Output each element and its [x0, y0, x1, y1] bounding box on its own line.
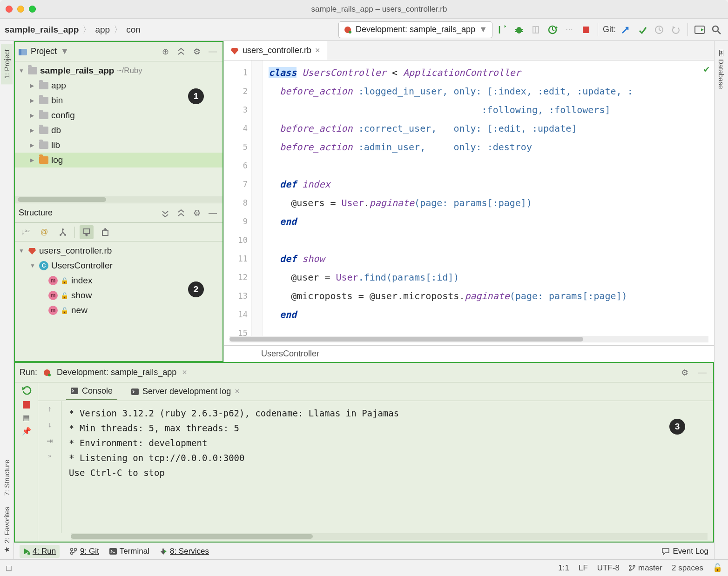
vcs-commit-icon[interactable]	[635, 23, 649, 37]
code-area[interactable]: ✔ 123456789101112131415 class UsersContr…	[224, 60, 714, 336]
code-text[interactable]: class UsersController < ApplicationContr…	[263, 60, 714, 336]
titlebar: sample_rails_app – users_controller.rb	[0, 0, 728, 19]
fold-gutter[interactable]	[252, 60, 263, 336]
editor-breadcrumb[interactable]: UsersController	[224, 345, 714, 362]
svg-point-33	[71, 548, 73, 550]
run-button[interactable]	[495, 23, 509, 37]
run-anything-icon[interactable]	[693, 23, 707, 37]
caret-position[interactable]: 1:1	[558, 563, 569, 573]
tree-root[interactable]: ▼ sample_rails_app ~/Ruby	[15, 63, 222, 78]
editor-tab[interactable]: users_controller.rb ×	[224, 41, 327, 60]
structure-file[interactable]: ▼ users_controller.rb	[15, 243, 222, 258]
svg-rect-30	[131, 388, 139, 395]
stop-button[interactable]	[579, 23, 593, 37]
layout-icon[interactable]: ▤	[23, 413, 30, 422]
minimize-window[interactable]	[17, 6, 24, 13]
tree-item-log[interactable]: ▶log	[15, 153, 222, 167]
breadcrumb-item[interactable]: con	[126, 25, 141, 35]
close-icon[interactable]: ×	[235, 387, 240, 396]
folder-icon	[39, 112, 48, 119]
vcs-history-icon[interactable]	[652, 23, 666, 37]
line-gutter[interactable]: 123456789101112131415	[224, 60, 252, 336]
close-window[interactable]	[6, 6, 13, 13]
quick-access-icon[interactable]: ◻	[6, 563, 12, 573]
profile-button[interactable]	[546, 23, 559, 37]
breadcrumb-root[interactable]: sample_rails_app	[5, 25, 79, 35]
bottom-tab-run[interactable]: 4: Run	[20, 545, 60, 558]
structure-method[interactable]: m🔒new	[15, 303, 222, 318]
line-ending[interactable]: LF	[579, 563, 588, 573]
gear-icon[interactable]: ⚙	[679, 367, 691, 379]
down-icon[interactable]: ↓	[48, 421, 52, 429]
lock-status-icon[interactable]: 🔓	[713, 563, 722, 573]
server-log-tab[interactable]: Server development log ×	[127, 384, 244, 399]
minimize-icon[interactable]: —	[696, 367, 708, 379]
breadcrumb-item[interactable]: app	[95, 25, 110, 35]
svg-marker-8	[556, 26, 558, 29]
coverage-button[interactable]	[529, 23, 543, 37]
sidebar-tab-database[interactable]: 🗄 Database	[715, 44, 727, 94]
close-tab-icon[interactable]: ×	[315, 46, 320, 55]
project-scrollbar[interactable]	[15, 196, 222, 203]
tree-item-db[interactable]: ▶db	[15, 123, 222, 138]
autoscroll-to-icon[interactable]	[80, 225, 94, 239]
search-icon[interactable]	[709, 23, 723, 37]
run-config-selector[interactable]: Development: sample_rails_app ▼	[338, 21, 492, 38]
tree-item-config[interactable]: ▶config	[15, 108, 222, 123]
sidebar-tab-project[interactable]: 1: Project	[1, 44, 13, 84]
console-output[interactable]: * Version 3.12.2 (ruby 2.6.3-p62), coden…	[61, 401, 713, 533]
expand-all-icon[interactable]	[159, 207, 171, 219]
right-tool-stripe: 🗄 Database	[714, 41, 728, 559]
svg-point-34	[71, 552, 73, 554]
structure-tree[interactable]: ▼ users_controller.rb ▼CUsersController …	[15, 241, 222, 361]
structure-class[interactable]: ▼CUsersController	[15, 258, 222, 273]
collapse-all-icon[interactable]	[175, 207, 187, 219]
database-icon: 🗄	[718, 49, 725, 57]
bottom-tab-terminal[interactable]: Terminal	[109, 547, 149, 556]
view-mode-chevron-icon[interactable]: ▼	[61, 47, 69, 56]
nav-breadcrumb[interactable]: sample_rails_app 〉 app 〉 con	[5, 24, 141, 36]
gear-icon[interactable]: ⚙	[191, 207, 203, 219]
svg-point-14	[713, 26, 718, 32]
sidebar-tab-favorites[interactable]: ★ 2: Favorites	[1, 501, 13, 559]
console-scrollbar[interactable]	[71, 533, 708, 540]
sidebar-tab-structure[interactable]: 7: Structure	[1, 454, 13, 502]
locate-icon[interactable]: ⊕	[159, 46, 171, 58]
attach-button[interactable]: ⋯	[562, 23, 576, 37]
collapse-all-icon[interactable]	[175, 46, 187, 58]
debug-button[interactable]	[512, 23, 526, 37]
indent[interactable]: 2 spaces	[672, 563, 703, 573]
at-icon[interactable]: @	[37, 225, 51, 239]
editor-scrollbar[interactable]	[229, 336, 708, 342]
vcs-update-icon[interactable]	[619, 23, 633, 37]
callout-2: 2	[188, 281, 204, 297]
inspection-ok-icon[interactable]: ✔	[704, 63, 709, 74]
zoom-window[interactable]	[29, 6, 36, 13]
close-run-tab-icon[interactable]: ×	[182, 368, 187, 377]
sort-alpha-icon[interactable]: ↓ᵃᶻ	[19, 225, 33, 239]
minimize-icon[interactable]: —	[207, 46, 219, 58]
stop-icon[interactable]	[23, 401, 30, 409]
play-icon	[23, 548, 30, 555]
event-log[interactable]: Event Log	[661, 547, 708, 556]
more-icon[interactable]: »	[48, 453, 51, 459]
encoding[interactable]: UTF-8	[597, 563, 620, 573]
git-branch[interactable]: master	[629, 563, 662, 573]
vcs-revert-icon[interactable]	[669, 23, 683, 37]
autoscroll-from-icon[interactable]	[98, 225, 112, 239]
terminal-icon	[109, 548, 117, 555]
tree-item-lib[interactable]: ▶lib	[15, 138, 222, 153]
bottom-tab-git[interactable]: 9: Git	[70, 547, 99, 556]
minimize-icon[interactable]: —	[207, 207, 219, 219]
project-tree[interactable]: ▼ sample_rails_app ~/Ruby ▶app ▶bin ▶con…	[15, 61, 222, 196]
gear-icon[interactable]: ⚙	[191, 46, 203, 58]
pin-icon[interactable]: 📌	[22, 427, 31, 435]
structure-toolbar: ↓ᵃᶻ @	[15, 223, 222, 241]
inherited-icon[interactable]	[56, 225, 70, 239]
bottom-tab-services[interactable]: 8: Services	[160, 547, 209, 556]
console-tab[interactable]: Console	[66, 383, 117, 400]
svg-marker-23	[28, 248, 36, 255]
rerun-icon[interactable]	[21, 386, 32, 396]
up-icon[interactable]: ↑	[48, 405, 52, 413]
soft-wrap-icon[interactable]: ⇥	[47, 436, 53, 445]
